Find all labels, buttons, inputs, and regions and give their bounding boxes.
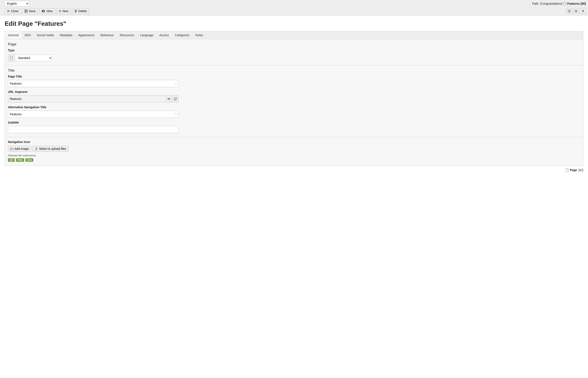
allowed-extensions-label: Allowed file extensions [8,154,580,157]
subtitle-label: Subtitle [8,121,580,124]
path-page-id: [80] [581,2,586,5]
badge-svg: SVG [25,158,33,162]
add-image-button[interactable]: Add image [8,146,31,152]
view-label: View [46,9,53,13]
page-icon [8,54,15,61]
upload-icon [35,147,38,150]
clear-icon[interactable]: × [175,112,177,116]
tab-language[interactable]: Language [137,31,156,39]
page-title: Edit Page "Features" [5,20,583,27]
footer-id: [80] [578,168,583,172]
section-page: Page Type Standard [5,39,583,66]
tab-resources[interactable]: Resources [117,31,137,39]
new-label: New [62,9,69,13]
tab-social-media[interactable]: Social media [34,31,57,39]
page-icon [566,168,569,172]
tab-metadata[interactable]: Metadata [57,31,75,39]
open-external-button[interactable] [566,8,572,14]
nav-icon-heading: Navigation Icon [8,140,580,144]
language-select[interactable]: English [5,1,29,6]
nav-icon-buttons: Add image Select & upload files [8,146,580,152]
footer: Page [80] [0,167,588,174]
eye-icon [42,10,45,12]
select-upload-label: Select & upload files [39,147,66,150]
view-button[interactable]: View [39,8,55,14]
save-button[interactable]: Save [22,8,38,14]
topbar-row2: Close Save View New [5,8,586,14]
delete-label: Delete [78,9,87,13]
page-title-label: Page Title [8,75,580,78]
section-title: Title Page Title × URL Segment [5,66,583,137]
section-page-heading: Page [8,42,580,46]
clear-icon[interactable]: × [175,81,177,85]
footer-type: Page [570,168,577,172]
page-title-input-wrap: × [8,80,179,87]
tab-general[interactable]: General [5,31,22,39]
save-label: Save [29,9,36,13]
breadcrumb: Path: /Congratulations/ Features [80] [532,2,586,5]
select-upload-button[interactable]: Select & upload files [32,146,69,152]
close-label: Close [11,9,19,13]
page-title-input[interactable] [8,80,179,87]
path-page-name: Features [567,2,580,5]
type-select[interactable]: Standard [15,54,52,61]
svg-rect-1 [25,10,27,11]
tab-behaviour[interactable]: Behaviour [97,31,117,39]
svg-rect-2 [25,11,27,12]
url-segment-input[interactable] [8,95,166,103]
badge-png: PNG [16,158,24,162]
topbar-row1: English Path: /Congratulations/ Features… [5,1,586,7]
help-button[interactable]: ? [580,8,586,14]
subtitle-input[interactable] [8,126,179,133]
tab-notes[interactable]: Notes [192,31,206,39]
panel-general: Page Type Standard Title Page Title × [5,39,583,166]
tab-seo[interactable]: SEO [22,31,34,39]
subtitle-input-wrap [8,126,179,133]
section-title-heading: Title [8,68,580,73]
new-button[interactable]: New [56,8,71,14]
section-nav-icon: Navigation Icon Add image Select & uploa… [5,137,583,166]
save-icon [25,10,28,13]
close-icon [7,10,10,12]
url-recalc-button[interactable] [172,95,179,103]
plus-icon [59,10,61,12]
folder-icon [10,148,13,150]
trash-icon [74,10,77,13]
alt-nav-input-wrap: × [8,111,179,118]
type-label: Type [8,49,580,52]
right-toolbar: ? [566,8,586,14]
url-segment-label: URL Segment [8,90,580,94]
topbar: English Path: /Congratulations/ Features… [0,0,588,15]
badge-gif: GIF [8,158,15,162]
toolbar: Close Save View New [5,8,89,14]
path-label: Path: [532,2,539,5]
page-icon [563,2,566,5]
alt-nav-label: Alternative Navigation Title [8,106,580,109]
delete-button[interactable]: Delete [72,8,89,14]
tab-access[interactable]: Access [156,31,172,39]
tabs: General SEO Social media Metadata Appear… [5,31,583,39]
bookmark-button[interactable] [573,8,579,14]
alt-nav-input[interactable] [8,111,179,118]
extension-badges: GIF PNG SVG [8,158,580,162]
add-image-label: Add image [14,147,29,150]
path-value: /Congratulations/ [540,2,563,5]
tab-categories[interactable]: Categories [172,31,192,39]
content: Edit Page "Features" General SEO Social … [0,15,588,167]
type-group: Standard [8,54,580,61]
close-button[interactable]: Close [5,8,21,14]
url-toggle-button[interactable] [166,95,172,103]
url-segment-group [8,95,179,103]
tab-appearance[interactable]: Appearance [75,31,98,39]
